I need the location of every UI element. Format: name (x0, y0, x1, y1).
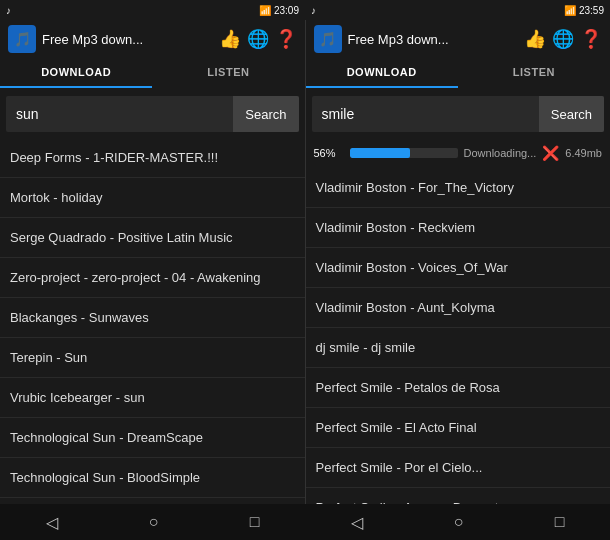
list-item[interactable]: Perfect Smile - El Acto Final (306, 408, 611, 448)
nav-bar-right: ◁ ○ □ (305, 504, 610, 540)
left-tabs: DOWNLOAD LISTEN (0, 58, 305, 90)
right-tab-listen[interactable]: LISTEN (458, 58, 610, 88)
time-left: 23:09 (274, 5, 299, 16)
status-left-icons: ♪ (6, 5, 11, 16)
music-icon: ♪ (6, 5, 11, 16)
status-bar-right: ♪ 📶 23:59 (305, 0, 610, 20)
thumbs-up-icon-right[interactable]: 👍 (524, 28, 546, 50)
list-item[interactable]: Zero-project - zero-project - 04 - Awake… (0, 258, 305, 298)
left-search-input[interactable] (6, 106, 233, 122)
right-panel: 🎵 Free Mp3 down... 👍 🌐 ❓ DOWNLOAD LISTEN… (306, 20, 611, 504)
status-bar-left: ♪ 📶 23:09 (0, 0, 305, 20)
signal-icon: 📶 (259, 5, 271, 16)
right-search-bar: Search (312, 96, 605, 132)
right-search-input[interactable] (312, 106, 539, 122)
note-icon: 🎵 (14, 31, 31, 47)
right-app-title: Free Mp3 down... (348, 32, 519, 47)
list-item[interactable]: Mortok - holiday (0, 178, 305, 218)
right-header-icons: 👍 🌐 ❓ (524, 28, 602, 50)
progress-percent: 56% (314, 147, 344, 159)
list-item[interactable]: Technological Sun - DreamScape (0, 418, 305, 458)
status-right-left: 📶 23:09 (259, 5, 299, 16)
home-button-left[interactable]: ○ (133, 509, 175, 535)
list-item[interactable]: Vladimir Boston - Voices_Of_War (306, 248, 611, 288)
nav-bar-row: ◁ ○ □ ◁ ○ □ (0, 504, 610, 540)
list-item[interactable]: Vladimir Boston - For_The_Victory (306, 168, 611, 208)
nav-bar-left: ◁ ○ □ (0, 504, 305, 540)
left-search-bar: Search (6, 96, 299, 132)
back-button-left[interactable]: ◁ (30, 509, 74, 536)
status-right-music-icon: ♪ (311, 5, 316, 16)
thumbs-up-icon-left[interactable]: 👍 (219, 28, 241, 50)
list-item[interactable]: Vladimir Boston - Reckviem (306, 208, 611, 248)
left-tab-listen[interactable]: LISTEN (152, 58, 304, 88)
right-tabs: DOWNLOAD LISTEN (306, 58, 611, 90)
left-song-list: Deep Forms - 1-RIDER-MASTER.!!! Mortok -… (0, 138, 305, 504)
downloading-label: Downloading... (464, 147, 537, 159)
time-right: 23:59 (579, 5, 604, 16)
left-app-title: Free Mp3 down... (42, 32, 213, 47)
signal-icon-2: 📶 (564, 5, 576, 16)
left-header-icons: 👍 🌐 ❓ (219, 28, 297, 50)
help-icon-left[interactable]: ❓ (275, 28, 297, 50)
list-item[interactable]: Perfect Smile - Amargo Despertar (306, 488, 611, 504)
home-button-right[interactable]: ○ (438, 509, 480, 535)
list-item[interactable]: Deep Forms - 1-RIDER-MASTER.!!! (0, 138, 305, 178)
left-panel: 🎵 Free Mp3 down... 👍 🌐 ❓ DOWNLOAD LISTEN… (0, 20, 306, 504)
globe-icon-left[interactable]: 🌐 (247, 28, 269, 50)
list-item[interactable]: Serge Quadrado - Positive Latin Music (0, 218, 305, 258)
right-app-header: 🎵 Free Mp3 down... 👍 🌐 ❓ (306, 20, 611, 58)
list-item[interactable]: Blackanges - Sunwaves (0, 298, 305, 338)
right-song-list: Vladimir Boston - For_The_Victory Vladim… (306, 168, 611, 504)
recent-button-left[interactable]: □ (234, 509, 276, 535)
list-item[interactable]: Terepin - Sun (0, 338, 305, 378)
left-tab-download[interactable]: DOWNLOAD (0, 58, 152, 88)
progress-bar-fill (350, 148, 410, 158)
globe-icon-right[interactable]: 🌐 (552, 28, 574, 50)
help-icon-right[interactable]: ❓ (580, 28, 602, 50)
recent-button-right[interactable]: □ (539, 509, 581, 535)
music-icon-2: ♪ (311, 5, 316, 16)
left-app-icon: 🎵 (8, 25, 36, 53)
status-right-right: 📶 23:59 (564, 5, 604, 16)
list-item[interactable]: Perfect Smile - Petalos de Rosa (306, 368, 611, 408)
back-button-right[interactable]: ◁ (335, 509, 379, 536)
left-search-button[interactable]: Search (233, 96, 298, 132)
panels: 🎵 Free Mp3 down... 👍 🌐 ❓ DOWNLOAD LISTEN… (0, 20, 610, 504)
right-tab-download[interactable]: DOWNLOAD (306, 58, 458, 88)
note-icon-2: 🎵 (319, 31, 336, 47)
list-item[interactable]: Technological Sun - BloodSimple (0, 458, 305, 498)
file-size-label: 6.49mb (565, 147, 602, 159)
right-search-button[interactable]: Search (539, 96, 604, 132)
download-progress-bar: 56% Downloading... ❌ 6.49mb (306, 138, 611, 168)
list-item[interactable]: Vrubic Icebearger - sun (0, 378, 305, 418)
list-item[interactable]: dj smile - dj smile (306, 328, 611, 368)
list-item[interactable]: Vladimir Boston - Aunt_Kolyma (306, 288, 611, 328)
left-app-header: 🎵 Free Mp3 down... 👍 🌐 ❓ (0, 20, 305, 58)
status-bar-row: ♪ 📶 23:09 ♪ 📶 23:59 (0, 0, 610, 20)
progress-bar-container (350, 148, 458, 158)
list-item[interactable]: Perfect Smile - Por el Cielo... (306, 448, 611, 488)
cancel-download-button[interactable]: ❌ (542, 145, 559, 161)
right-app-icon: 🎵 (314, 25, 342, 53)
